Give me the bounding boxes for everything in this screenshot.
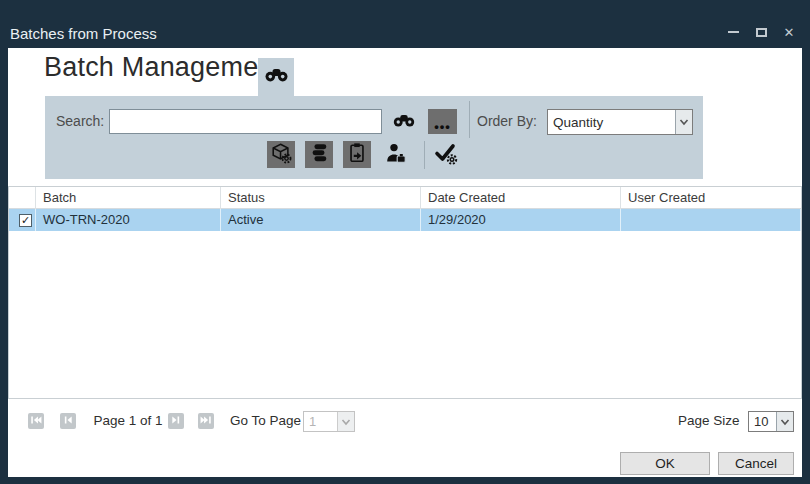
person-briefcase-icon (384, 142, 408, 169)
page-size-select[interactable]: 10 (748, 411, 794, 432)
cell-date-created: 1/29/2020 (421, 209, 621, 231)
search-button[interactable] (391, 113, 417, 130)
order-by-value: Quantity (553, 110, 674, 134)
binoculars-icon (393, 114, 415, 130)
user-button[interactable] (383, 142, 409, 168)
window-title: Batches from Process (10, 25, 157, 42)
last-page-icon (199, 413, 213, 430)
coins-stack-icon (308, 142, 330, 167)
ok-button[interactable]: OK (620, 452, 710, 475)
order-by-select[interactable]: Quantity (547, 109, 693, 135)
inventory-button[interactable] (305, 141, 333, 168)
previous-page-button[interactable] (60, 413, 76, 429)
column-header-select[interactable] (9, 187, 36, 209)
first-page-icon (29, 413, 43, 430)
window-controls: ✕ (726, 24, 796, 40)
chevron-down-icon[interactable] (675, 110, 692, 134)
cell-user-created (621, 209, 801, 231)
go-to-page-select[interactable]: 1 (303, 411, 355, 432)
cancel-button[interactable]: Cancel (718, 452, 794, 475)
order-by-label: Order By: (477, 109, 537, 134)
chevron-down-icon[interactable] (337, 412, 354, 431)
table-row[interactable]: ✓ WO-TRN-2020 Active 1/29/2020 (9, 209, 801, 231)
work-order-button[interactable] (343, 141, 371, 168)
page-size-value: 10 (754, 412, 775, 431)
ellipsis-icon: ••• (434, 119, 451, 134)
grid-header: Batch Status Date Created User Created (9, 187, 801, 209)
next-page-icon (169, 413, 183, 430)
row-checkbox[interactable]: ✓ (19, 214, 32, 227)
item-settings-button[interactable] (267, 141, 295, 168)
minimize-icon[interactable] (726, 25, 740, 39)
page-size-label: Page Size (678, 413, 740, 429)
toolbar-panel: Search: ••• Order By: Qu (45, 96, 703, 179)
tab-find[interactable] (258, 58, 294, 96)
check-gear-icon (434, 142, 458, 169)
cell-batch: WO-TRN-2020 (36, 209, 221, 231)
dialog-window: Batches from Process ✕ Batch Management … (0, 0, 810, 484)
next-page-button[interactable] (168, 413, 184, 429)
cube-gear-icon (270, 142, 292, 167)
column-header-date-created[interactable]: Date Created (421, 187, 621, 209)
previous-page-icon (61, 413, 75, 430)
titlebar: Batches from Process ✕ (0, 0, 810, 48)
page-title: Batch Management (44, 52, 281, 83)
toolbar-divider (469, 101, 470, 138)
page-indicator: Page 1 of 1 (90, 413, 166, 429)
dialog-content: Batch Management Search: (8, 48, 802, 477)
batches-grid: Batch Status Date Created User Created ✓… (8, 186, 802, 399)
maximize-icon[interactable] (754, 25, 768, 39)
chevron-down-icon[interactable] (776, 412, 793, 431)
search-label: Search: (56, 109, 104, 134)
column-header-batch[interactable]: Batch (36, 187, 221, 209)
go-to-page-label: Go To Page (230, 413, 301, 429)
toolbar-divider (424, 141, 425, 169)
column-header-status[interactable]: Status (221, 187, 421, 209)
first-page-button[interactable] (28, 413, 44, 429)
search-input[interactable] (109, 109, 382, 134)
last-page-button[interactable] (198, 413, 214, 429)
more-options-button[interactable]: ••• (428, 109, 457, 134)
column-header-user-created[interactable]: User Created (621, 187, 801, 209)
clipboard-arrow-icon (346, 142, 368, 167)
go-to-page-value: 1 (309, 412, 336, 431)
binoculars-icon (265, 68, 288, 86)
close-icon[interactable]: ✕ (782, 25, 796, 39)
cell-status: Active (221, 209, 421, 231)
confirm-settings-button[interactable] (433, 142, 459, 168)
